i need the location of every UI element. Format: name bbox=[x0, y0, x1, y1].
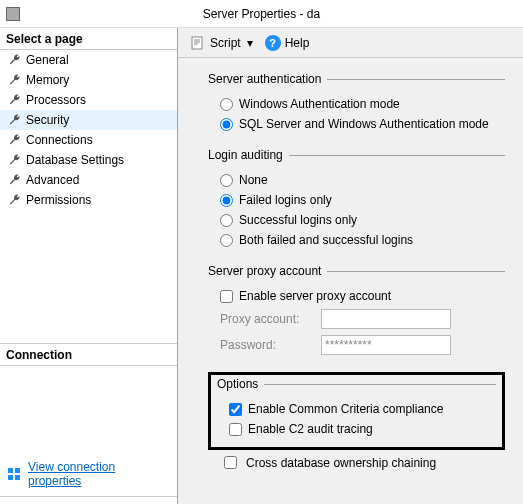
login-auditing-group: Login auditing None Failed logins only S… bbox=[208, 148, 505, 250]
title-bar: Server Properties - da bbox=[0, 0, 523, 28]
enable-proxy-row: Enable server proxy account bbox=[208, 286, 505, 306]
server-proxy-group: Server proxy account Enable server proxy… bbox=[208, 264, 505, 358]
sidebar-item-label: Advanced bbox=[26, 172, 79, 188]
help-button[interactable]: ? Help bbox=[261, 33, 314, 53]
audit-success-row: Successful logins only bbox=[208, 210, 505, 230]
view-connection-properties-link[interactable]: View connection properties bbox=[28, 460, 171, 488]
wrench-icon bbox=[8, 113, 22, 127]
sidebar-item-label: Memory bbox=[26, 72, 69, 88]
audit-both-label: Both failed and successful logins bbox=[239, 233, 413, 247]
audit-none-radio[interactable] bbox=[220, 174, 233, 187]
login-auditing-legend: Login auditing bbox=[208, 148, 289, 162]
help-icon: ? bbox=[265, 35, 281, 51]
script-icon bbox=[190, 35, 206, 51]
svg-rect-2 bbox=[8, 475, 13, 480]
wrench-icon bbox=[8, 153, 22, 167]
common-criteria-checkbox[interactable] bbox=[229, 403, 242, 416]
sidebar-item-label: Database Settings bbox=[26, 152, 124, 168]
audit-success-radio[interactable] bbox=[220, 214, 233, 227]
script-label: Script bbox=[210, 36, 241, 50]
audit-none-row: None bbox=[208, 170, 505, 190]
auth-mode-sql-row: SQL Server and Windows Authentication mo… bbox=[208, 114, 505, 134]
c2-row: Enable C2 audit tracing bbox=[217, 419, 496, 439]
sidebar-item-connections[interactable]: Connections bbox=[0, 130, 177, 150]
wrench-icon bbox=[8, 73, 22, 87]
server-proxy-legend: Server proxy account bbox=[208, 264, 327, 278]
c2-audit-label: Enable C2 audit tracing bbox=[248, 422, 373, 436]
proxy-password-row: Password: bbox=[208, 332, 505, 358]
toolbar: Script ▾ ? Help bbox=[178, 28, 523, 58]
auth-mode-sql-radio[interactable] bbox=[220, 118, 233, 131]
auth-mode-windows-label: Windows Authentication mode bbox=[239, 97, 400, 111]
audit-failed-radio[interactable] bbox=[220, 194, 233, 207]
wrench-icon bbox=[8, 93, 22, 107]
audit-failed-label: Failed logins only bbox=[239, 193, 332, 207]
audit-both-row: Both failed and successful logins bbox=[208, 230, 505, 250]
script-button[interactable]: Script ▾ bbox=[186, 33, 257, 53]
proxy-account-label: Proxy account: bbox=[220, 312, 315, 326]
sidebar-item-general[interactable]: General bbox=[0, 50, 177, 70]
sidebar-item-label: Connections bbox=[26, 132, 93, 148]
auth-mode-windows-radio[interactable] bbox=[220, 98, 233, 111]
server-authentication-legend: Server authentication bbox=[208, 72, 327, 86]
content-area: Server authentication Windows Authentica… bbox=[178, 58, 523, 485]
right-panel: Script ▾ ? Help Server authentication Wi… bbox=[178, 28, 523, 504]
proxy-password-input bbox=[321, 335, 451, 355]
connection-header: Connection bbox=[0, 343, 177, 366]
wrench-icon bbox=[8, 133, 22, 147]
svg-rect-0 bbox=[8, 468, 13, 473]
options-legend: Options bbox=[217, 377, 264, 391]
ccc-row: Enable Common Criteria compliance bbox=[217, 399, 496, 419]
enable-proxy-label: Enable server proxy account bbox=[239, 289, 391, 303]
svg-rect-4 bbox=[192, 37, 202, 49]
system-menu-icon[interactable] bbox=[6, 7, 20, 21]
audit-none-label: None bbox=[239, 173, 268, 187]
sidebar-item-label: Security bbox=[26, 112, 69, 128]
cross-db-checkbox[interactable] bbox=[224, 456, 237, 469]
c2-audit-checkbox[interactable] bbox=[229, 423, 242, 436]
sidebar-item-label: General bbox=[26, 52, 69, 68]
proxy-password-label: Password: bbox=[220, 338, 315, 352]
left-bottom-strip bbox=[0, 496, 177, 504]
dropdown-caret-icon: ▾ bbox=[247, 36, 253, 50]
sidebar-item-permissions[interactable]: Permissions bbox=[0, 190, 177, 210]
proxy-account-input bbox=[321, 309, 451, 329]
cross-db-label: Cross database ownership chaining bbox=[246, 456, 436, 470]
options-highlight-box: Options Enable Common Criteria complianc… bbox=[208, 372, 505, 450]
page-nav: General Memory Processors Security Conne… bbox=[0, 50, 177, 210]
select-page-header: Select a page bbox=[0, 28, 177, 50]
sidebar-item-label: Processors bbox=[26, 92, 86, 108]
wrench-icon bbox=[8, 53, 22, 67]
auth-mode-sql-label: SQL Server and Windows Authentication mo… bbox=[239, 117, 489, 131]
sidebar-item-memory[interactable]: Memory bbox=[0, 70, 177, 90]
sidebar-item-database-settings[interactable]: Database Settings bbox=[0, 150, 177, 170]
window-title: Server Properties - da bbox=[0, 7, 523, 21]
sidebar-item-security[interactable]: Security bbox=[0, 110, 177, 130]
wrench-icon bbox=[8, 193, 22, 207]
sidebar-item-processors[interactable]: Processors bbox=[0, 90, 177, 110]
cross-db-row: Cross database ownership chaining bbox=[208, 450, 505, 475]
left-panel: Select a page General Memory Processors … bbox=[0, 28, 178, 504]
connection-properties-icon bbox=[6, 466, 22, 482]
options-group: Options Enable Common Criteria complianc… bbox=[217, 377, 496, 439]
audit-both-radio[interactable] bbox=[220, 234, 233, 247]
auth-mode-windows-row: Windows Authentication mode bbox=[208, 94, 505, 114]
wrench-icon bbox=[8, 173, 22, 187]
proxy-account-row: Proxy account: bbox=[208, 306, 505, 332]
connection-link-row: View connection properties bbox=[0, 452, 177, 496]
server-authentication-group: Server authentication Windows Authentica… bbox=[208, 72, 505, 134]
common-criteria-label: Enable Common Criteria compliance bbox=[248, 402, 443, 416]
svg-rect-1 bbox=[15, 468, 20, 473]
audit-failed-row: Failed logins only bbox=[208, 190, 505, 210]
help-label: Help bbox=[285, 36, 310, 50]
sidebar-item-label: Permissions bbox=[26, 192, 91, 208]
audit-success-label: Successful logins only bbox=[239, 213, 357, 227]
svg-rect-3 bbox=[15, 475, 20, 480]
sidebar-item-advanced[interactable]: Advanced bbox=[0, 170, 177, 190]
enable-proxy-checkbox[interactable] bbox=[220, 290, 233, 303]
connection-body bbox=[0, 366, 177, 452]
